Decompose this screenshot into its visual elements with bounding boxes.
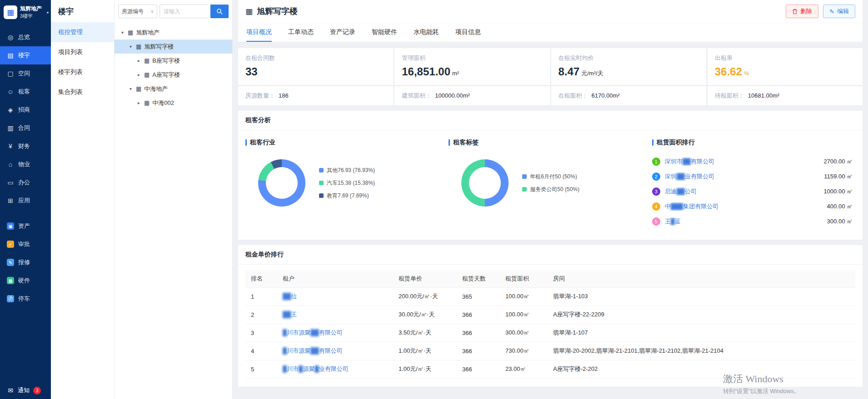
legend-item[interactable]: 汽车15.38 (15.38%)	[319, 179, 375, 187]
redacted-text: ██	[677, 173, 685, 180]
submenu-item-building-list[interactable]: 楼宇列表	[51, 62, 114, 82]
stat-sub-value: 10681.00m²	[748, 92, 779, 99]
app-logo[interactable]: ▦ 旭辉地产 3楼宇 ▸	[0, 0, 51, 25]
legend-item[interactable]: 教育7.69 (7.69%)	[319, 192, 375, 200]
submenu-item-rent-control[interactable]: 租控管理	[51, 22, 114, 42]
sidebar-item-office[interactable]: ▭办公	[0, 173, 51, 192]
sidebar-item-building[interactable]: ▤楼宇	[0, 46, 51, 64]
caret-down-icon[interactable]: ▾	[128, 86, 133, 91]
sidebar-item-repair[interactable]: ✎报修	[0, 253, 51, 271]
tree-node-label: 旭辉地产	[136, 29, 160, 37]
company-link[interactable]: 启迪██公司	[665, 187, 819, 196]
tab-workorder[interactable]: 工单动态	[288, 23, 314, 42]
tree-node[interactable]: ▾▦旭辉地产	[115, 25, 232, 39]
company-link[interactable]: 深圳██业有限公司	[665, 172, 820, 181]
tree-node[interactable]: ▾▦中海地产	[115, 82, 232, 96]
logo-building-icon: ▦	[4, 5, 17, 19]
submenu-item-collection-list[interactable]: 集合列表	[51, 82, 114, 102]
apps-icon: ⊞	[7, 197, 14, 204]
legend-item[interactable]: 服务类公司50 (50%)	[522, 186, 579, 193]
sidebar-item-tenant[interactable]: ☺租客	[0, 83, 51, 101]
tree-node[interactable]: ▸▦B座写字楼	[115, 54, 232, 68]
legend-swatch	[522, 174, 527, 179]
sidebar-item-overview[interactable]: ◎总览	[0, 28, 51, 46]
page-header: ▦ 旭辉写字楼 删除 ✎ 编辑	[238, 0, 863, 23]
tab-hardware[interactable]: 智能硬件	[372, 23, 397, 42]
caret-right-icon[interactable]: ▸	[136, 100, 141, 105]
building-icon: ▦	[245, 7, 253, 16]
stat-card: 在租合同数33	[238, 48, 393, 85]
collapse-arrow-icon[interactable]: ▸	[47, 10, 49, 15]
tree-node[interactable]: ▸▦A座写字楼	[115, 68, 232, 82]
tab-bar: 项目概况工单动态资产记录智能硬件水电能耗项目信息	[238, 23, 863, 42]
sidebar-notification[interactable]: ✉ 通知 3	[0, 386, 51, 394]
notification-label: 通知	[18, 386, 30, 394]
caret-down-icon[interactable]: ▾	[128, 44, 133, 49]
tab-overview[interactable]: 项目概况	[246, 23, 272, 42]
chevron-down-icon: ∨	[150, 9, 154, 14]
tree-node[interactable]: ▾▦旭辉写字楼	[115, 39, 232, 54]
filter-type-select[interactable]: 房源编号 ∨	[118, 5, 157, 18]
company-link[interactable]: 中███集团有限公司	[665, 202, 823, 211]
caret-right-icon[interactable]: ▸	[136, 58, 141, 63]
stats-section: 在租合同数33管理面积16,851.00m²在租实时均价8.47元/m²/天出租…	[238, 48, 863, 105]
tree-node-label: 中海地产	[144, 85, 168, 93]
sidebar-item-property[interactable]: ⌂物业	[0, 155, 51, 173]
repair-icon: ✎	[7, 259, 14, 266]
tenant-analysis-title: 租客分析	[238, 111, 863, 130]
tenant-link[interactable]: █川市█源聚█业有限公司	[283, 365, 349, 372]
sidebar-item-finance[interactable]: ¥财务	[0, 137, 51, 155]
tenant-link[interactable]: █川市源聚██有限公司	[283, 347, 343, 354]
caret-down-icon[interactable]: ▾	[120, 30, 125, 35]
table-row: 2██王30.00元/㎡·天366100.00㎡A座写字楼-22-2209	[245, 305, 855, 324]
sidebar-item-space[interactable]: ▢空间	[0, 64, 51, 83]
sidebar-item-hardware[interactable]: ▦硬件	[0, 271, 51, 290]
search-button[interactable]	[210, 5, 229, 18]
sidebar-item-approval[interactable]: ✓审批	[0, 235, 51, 253]
rent-ranking-title: 租金单价排行	[238, 245, 863, 265]
tenant-link[interactable]: █川市源聚██有限公司	[283, 329, 343, 336]
stat-sub-value: 186	[279, 92, 289, 99]
submenu-item-project-list[interactable]: 项目列表	[51, 42, 114, 62]
sidebar-item-investment[interactable]: ◈招商	[0, 101, 51, 119]
tab-asset[interactable]: 资产记录	[330, 23, 355, 42]
building-icon: ▤	[7, 52, 14, 59]
company-link[interactable]: 深圳市██有限公司	[665, 158, 819, 166]
company-link[interactable]: 王█蓝	[665, 217, 823, 226]
tenant-name-text: 川市源聚	[287, 347, 310, 354]
tenant-name-text: 深圳市	[665, 158, 683, 165]
stat-sub-value: 100000.00m²	[435, 92, 470, 99]
tab-info[interactable]: 项目信息	[455, 23, 481, 42]
tenant-name-text: 有限公司	[691, 158, 714, 165]
table-header-row: 排名租户租赁单价租赁天数租赁面积房间	[245, 270, 855, 287]
stat-number: 8.47	[559, 65, 580, 78]
sidebar-item-parking[interactable]: Ⓟ停车	[0, 290, 51, 308]
caret-right-icon[interactable]: ▸	[136, 72, 141, 77]
windows-watermark: 激活 Windows 转到“设置”以激活 Windows。	[723, 372, 800, 395]
sidebar-main-nav: ◎总览▤楼宇▢空间☺租客◈招商▥合同¥财务⌂物业▭办公⊞应用	[0, 28, 51, 210]
sidebar-item-contract[interactable]: ▥合同	[0, 119, 51, 137]
tenant-link[interactable]: ██王	[283, 311, 297, 318]
tree-node[interactable]: ▸▦中海002	[115, 96, 232, 110]
stat-sub-card: 待租面积：10681.00m²	[708, 86, 863, 105]
legend-item[interactable]: 其他76.93 (76.93%)	[319, 167, 375, 174]
tab-utility[interactable]: 水电能耗	[414, 23, 439, 42]
cell-days: 366	[457, 360, 500, 378]
edit-button[interactable]: ✎ 编辑	[823, 5, 855, 18]
sidebar-item-apps[interactable]: ⊞应用	[0, 192, 51, 210]
sidebar-item-asset[interactable]: ▣资产	[0, 217, 51, 235]
stat-value: 36.62%	[715, 65, 855, 78]
tenant-name-text: 王	[291, 311, 297, 318]
cell-tenant: █川市源聚██有限公司	[277, 342, 393, 360]
delete-button[interactable]: 删除	[786, 5, 818, 18]
tenant-link[interactable]: ██位	[283, 293, 297, 300]
page-title-text: 旭辉写字楼	[257, 6, 298, 17]
search-input[interactable]	[160, 5, 208, 18]
stat-sub-label: 建筑面积：	[402, 92, 431, 99]
stat-card: 在租实时均价8.47元/m²/天	[551, 48, 706, 85]
tree-node-label: 中海002	[152, 99, 174, 107]
sidebar-item-label: 硬件	[18, 276, 30, 285]
building-icon: ▦	[128, 29, 133, 36]
legend-item[interactable]: 年租6月付50 (50%)	[522, 173, 579, 181]
rank-area-value: 1159.00 ㎡	[824, 172, 853, 181]
